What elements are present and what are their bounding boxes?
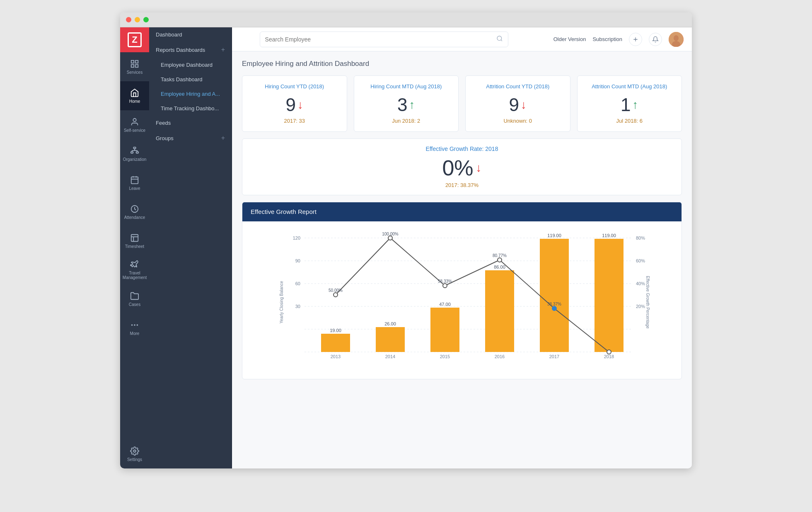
svg-rect-1 [135,60,138,63]
svg-text:2017: 2017 [549,354,559,359]
trend-down-icon-2: ↓ [521,98,527,112]
groups-plus-icon[interactable]: + [221,134,225,142]
svg-text:30: 30 [295,304,300,309]
grid-icon [130,59,139,68]
stat-title-attrition-ytd: Attrition Count YTD (2018) [474,83,562,90]
stat-card-hiring-ytd: Hiring Count YTD (2018) 9 ↓ 2017: 33 [242,75,347,132]
line-point-2017 [552,306,556,311]
svg-rect-7 [136,151,139,153]
svg-point-24 [497,36,502,41]
sidebar-item-more[interactable]: More [120,313,149,342]
sidebar-nav-feeds[interactable]: Feeds [149,116,232,130]
bar-2014 [376,327,405,352]
stat-title-hiring-ytd: Hiring Count YTD (2018) [251,83,338,90]
svg-point-4 [133,118,136,121]
sidebar-item-timesheet[interactable]: Timesheet [120,226,149,255]
chart-svg: 120 90 60 30 Yearly Closing Balance 80% … [251,230,673,371]
avatar[interactable] [669,32,684,47]
person-icon [130,117,139,126]
bar-2018 [594,239,624,352]
stat-prev-hiring-ytd: 2017: 33 [251,118,338,124]
sidebar-nav-time-tracking[interactable]: Time Tracking Dashbo... [149,101,232,116]
sidebar-nav-employee-hiring[interactable]: Employee Hiring and A... [149,87,232,101]
svg-point-21 [134,325,135,325]
sidebar-nav-tasks-dashboard[interactable]: Tasks Dashboard [149,72,232,87]
logo[interactable]: Z [120,27,149,52]
sidebar-nav-employee-dashboard[interactable]: Employee Dashboard [149,58,232,72]
close-dot[interactable] [126,17,131,22]
stat-title-attrition-mtd: Attrition Count MTD (Aug 2018) [586,83,674,90]
growth-rate-prev: 2017: 38.37% [251,182,673,188]
sidebar-item-settings[interactable]: Settings [120,439,149,468]
svg-point-29 [674,35,679,41]
line-point-2015 [443,284,447,288]
sidebar-item-organization[interactable]: Organization [120,139,149,168]
sidebar-item-cases[interactable]: Cases [120,284,149,313]
svg-point-23 [133,450,136,452]
bar-2013 [321,334,350,352]
svg-rect-0 [131,60,134,63]
sidebar-item-home[interactable]: Home [120,81,149,110]
svg-text:90: 90 [295,258,300,263]
fullscreen-dot[interactable] [143,17,149,22]
icon-rail: Z Services Home Self-service [120,27,149,468]
attendance-label: Attendance [124,215,145,220]
line-point-2016 [498,258,502,262]
sidebar-nav-dashboard[interactable]: Dashboard [149,27,232,42]
svg-point-22 [137,325,138,325]
svg-rect-6 [131,151,133,153]
minimize-dot[interactable] [135,17,140,22]
stat-prev-hiring-mtd: Jun 2018: 2 [362,118,450,124]
svg-line-25 [501,40,502,41]
stat-prev-attrition-ytd: Unknown: 0 [474,118,562,124]
older-version-link[interactable]: Older Version [553,36,586,42]
chart-body: 120 90 60 30 Yearly Closing Balance 80% … [242,221,682,379]
svg-text:2013: 2013 [331,354,341,359]
timesheet-label: Timesheet [125,244,144,249]
subscription-link[interactable]: Subscription [592,36,622,42]
services-label: Services [127,70,143,75]
stat-value-hiring-mtd: 3 ↑ [362,95,450,115]
travel-icon [130,260,139,269]
svg-text:40%: 40% [636,281,645,286]
settings-label: Settings [127,457,142,462]
svg-text:58.33%: 58.33% [438,279,452,284]
sidebar-item-travel[interactable]: Travel Management [120,255,149,284]
search-box[interactable] [260,32,508,47]
reports-plus-icon[interactable]: + [221,46,225,53]
search-input[interactable] [265,36,496,43]
line-point-2018 [607,350,611,354]
topbar-actions: Older Version Subscription [553,32,684,47]
avatar-image [669,32,684,47]
sidebar-item-self-service[interactable]: Self-service [120,110,149,139]
growth-rate-value: 0% ↓ [251,155,673,180]
more-label: More [130,331,140,336]
content-area: Employee Hiring and Attrition Dashboard … [232,51,692,468]
svg-text:47.00: 47.00 [439,302,451,307]
svg-text:2018: 2018 [604,354,614,359]
sidebar-nav-reports[interactable]: Reports Dashboards + [149,42,232,58]
svg-text:119.00: 119.00 [547,233,561,238]
stat-card-hiring-mtd: Hiring Count MTD (Aug 2018) 3 ↑ Jun 2018… [354,75,459,132]
trend-up-icon-2: ↑ [632,98,638,112]
notification-button[interactable] [649,33,662,46]
sidebar-nav-groups[interactable]: Groups + [149,130,232,146]
sidebar-item-attendance[interactable]: Attendance [120,197,149,226]
svg-point-20 [132,325,133,325]
add-button[interactable] [629,33,642,46]
svg-text:60%: 60% [636,258,645,263]
stats-row: Hiring Count YTD (2018) 9 ↓ 2017: 33 Hir… [242,75,682,132]
sidebar-item-services[interactable]: Services [120,52,149,81]
svg-text:100.00%: 100.00% [382,232,399,236]
search-icon [496,35,503,44]
organization-label: Organization [123,157,147,162]
sidebar: Dashboard Reports Dashboards + Employee … [149,27,232,468]
svg-text:119.00: 119.00 [602,233,616,238]
svg-text:2016: 2016 [495,354,505,359]
line-point-2014 [388,236,392,240]
line-point-2013 [334,293,338,297]
svg-text:50.00%: 50.00% [329,288,343,293]
sidebar-item-leave[interactable]: Leave [120,168,149,197]
attendance-icon [130,204,139,214]
home-icon [130,88,139,97]
